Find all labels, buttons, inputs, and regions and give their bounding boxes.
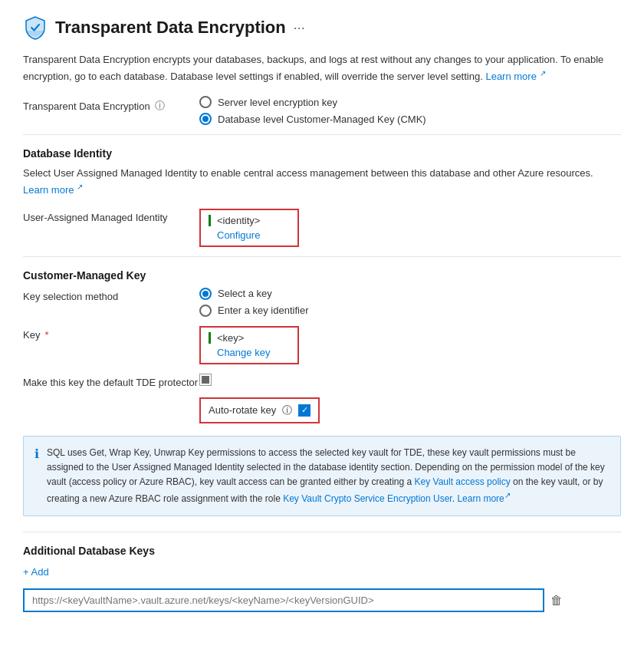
add-button[interactable]: + Add <box>23 563 49 581</box>
additional-keys-title: Additional Database Keys <box>23 545 621 557</box>
shield-icon <box>23 15 48 40</box>
configure-link[interactable]: Configure <box>209 229 290 241</box>
tde-option-cmk-label: Database level Customer-Managed Key (CMK… <box>218 114 426 125</box>
key-url-row: 🗑 <box>23 588 621 612</box>
tde-label: Transparent Data Encryption ⓘ <box>23 96 199 113</box>
identity-control: <identity> Configure <box>199 209 621 247</box>
key-control: <key> Change key <box>199 326 621 364</box>
identity-row: User-Assigned Managed Identity <identity… <box>23 209 621 247</box>
key-radio-select[interactable] <box>199 288 212 300</box>
tde-options: Server level encryption key Database lev… <box>199 96 621 125</box>
key-option-identifier-label: Enter a key identifier <box>218 305 309 316</box>
auto-rotate-checkbox[interactable] <box>298 404 310 417</box>
cmk-title: Customer-Managed Key <box>23 269 621 282</box>
database-identity-desc: Select User Assigned Managed Identity to… <box>23 166 606 197</box>
key-option-select-label: Select a key <box>218 288 272 299</box>
more-options-icon[interactable]: ··· <box>294 20 305 36</box>
learn-more-link-banner[interactable]: Learn more↗ <box>457 493 510 504</box>
key-row: Key * <key> Change key <box>23 326 621 364</box>
section-divider-2 <box>23 256 621 257</box>
default-tde-label: Make this key the default TDE protector <box>23 374 199 388</box>
tde-radio-server[interactable] <box>199 96 212 108</box>
info-banner: ℹ SQL uses Get, Wrap Key, Unwrap Key per… <box>23 436 621 517</box>
section-divider-3 <box>23 532 621 532</box>
change-key-link[interactable]: Change key <box>209 347 290 358</box>
learn-more-link-identity[interactable]: Learn more ↗ <box>23 184 83 196</box>
database-identity-title: Database Identity <box>23 147 621 160</box>
identity-box: <identity> Configure <box>199 209 299 247</box>
learn-more-link-desc[interactable]: Learn more ↗ <box>485 71 545 82</box>
auto-rotate-placeholder <box>23 397 199 400</box>
key-url-input[interactable] <box>23 588 544 612</box>
auto-rotate-box: Auto-rotate key ⓘ <box>199 397 320 423</box>
key-selection-label: Key selection method <box>23 288 199 302</box>
default-tde-control <box>199 374 621 386</box>
section-divider-1 <box>23 134 621 135</box>
auto-rotate-row-outer: Auto-rotate key ⓘ <box>23 397 621 423</box>
default-tde-row: Make this key the default TDE protector <box>23 374 621 388</box>
tde-option-server-label: Server level encryption key <box>218 97 337 108</box>
tde-option-cmk[interactable]: Database level Customer-Managed Key (CMK… <box>199 113 621 125</box>
auto-rotate-label: Auto-rotate key <box>209 404 276 416</box>
page-description: Transparent Data Encryption encrypts you… <box>23 52 606 84</box>
key-option-select[interactable]: Select a key <box>199 288 621 300</box>
key-selection-options: Select a key Enter a key identifier <box>199 288 621 317</box>
auto-rotate-control: Auto-rotate key ⓘ <box>199 397 621 423</box>
default-tde-checkbox[interactable] <box>199 374 212 386</box>
key-radio-identifier[interactable] <box>199 305 212 317</box>
page-title: Transparent Data Encryption <box>55 18 286 38</box>
info-banner-text: SQL uses Get, Wrap Key, Unwrap Key permi… <box>47 446 610 507</box>
key-field-label: Key * <box>23 326 199 341</box>
key-selection-row: Key selection method Select a key Enter … <box>23 288 621 317</box>
tde-option-server[interactable]: Server level encryption key <box>199 96 621 108</box>
key-vault-crypto-link[interactable]: Key Vault Crypto Service Encryption User <box>283 493 452 504</box>
tde-radio-cmk[interactable] <box>199 113 212 125</box>
key-option-identifier[interactable]: Enter a key identifier <box>199 305 621 317</box>
page-header: Transparent Data Encryption ··· <box>23 15 621 40</box>
key-vault-policy-link[interactable]: Key Vault access policy <box>415 476 511 487</box>
delete-key-icon[interactable]: 🗑 <box>550 594 563 608</box>
tde-row: Transparent Data Encryption ⓘ Server lev… <box>23 96 621 125</box>
checkbox-partial-fill <box>202 376 209 384</box>
identity-value: <identity> <box>209 215 290 226</box>
add-button-label: + Add <box>23 566 49 578</box>
key-box: <key> Change key <box>199 326 299 364</box>
tde-info-icon[interactable]: ⓘ <box>155 99 165 113</box>
key-value: <key> <box>209 332 290 344</box>
info-banner-icon: ℹ <box>34 446 39 507</box>
auto-rotate-info-icon[interactable]: ⓘ <box>282 404 292 417</box>
identity-label: User-Assigned Managed Identity <box>23 209 199 223</box>
